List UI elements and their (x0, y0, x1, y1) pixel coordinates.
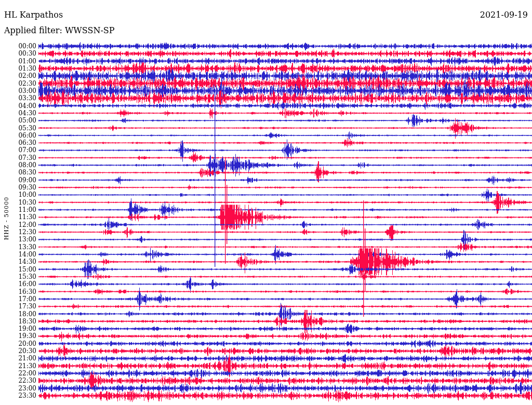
time-label: 03:00 (0, 88, 36, 94)
time-label: 08:00 (0, 162, 36, 168)
seismogram-canvas (0, 0, 532, 405)
time-label: 09:30 (0, 184, 36, 191)
time-label: 14:00 (0, 251, 36, 258)
time-label: 06:00 (0, 132, 36, 139)
time-label: 19:30 (0, 333, 36, 339)
time-label: 23:00 (0, 385, 36, 392)
time-label: 08:30 (0, 169, 36, 176)
time-label: 17:30 (0, 303, 36, 309)
time-label: 10:30 (0, 199, 36, 206)
report-date: 2021-09-19 (480, 11, 528, 19)
time-label: 21:00 (0, 355, 36, 361)
time-label: 11:30 (0, 214, 36, 220)
time-label: 11:00 (0, 207, 36, 213)
time-label: 12:30 (0, 229, 36, 235)
time-label: 15:30 (0, 274, 36, 280)
time-label: 21:30 (0, 363, 36, 369)
time-label: 19:00 (0, 326, 36, 332)
time-label: 12:00 (0, 222, 36, 228)
time-label: 07:00 (0, 147, 36, 153)
time-label: 22:30 (0, 377, 36, 384)
time-label: 00:30 (0, 50, 36, 57)
time-label: 00:00 (0, 43, 36, 49)
time-label: 18:00 (0, 311, 36, 317)
helicorder-page: HL Karpathos 2021-09-19 Applied filter: … (0, 0, 532, 405)
time-label: 23:30 (0, 393, 36, 399)
time-label: 22:00 (0, 370, 36, 376)
time-label: 16:30 (0, 289, 36, 295)
time-axis: 00:0000:3001:0001:3002:0002:3003:0003:30… (0, 0, 36, 405)
time-label: 04:00 (0, 103, 36, 109)
time-label: 01:30 (0, 65, 36, 72)
time-label: 13:30 (0, 244, 36, 250)
time-label: 09:00 (0, 177, 36, 183)
time-label: 10:00 (0, 192, 36, 198)
time-label: 02:00 (0, 73, 36, 79)
time-label: 14:30 (0, 259, 36, 265)
time-label: 03:30 (0, 95, 36, 101)
time-label: 20:00 (0, 341, 36, 347)
time-label: 13:00 (0, 236, 36, 242)
time-label: 17:00 (0, 296, 36, 302)
time-label: 04:30 (0, 110, 36, 116)
time-label: 16:00 (0, 281, 36, 287)
time-label: 02:30 (0, 80, 36, 87)
time-label: 05:00 (0, 117, 36, 124)
time-label: 20:30 (0, 348, 36, 354)
time-label: 06:30 (0, 140, 36, 146)
time-label: 18:30 (0, 318, 36, 325)
time-label: 15:00 (0, 266, 36, 273)
time-label: 07:30 (0, 155, 36, 161)
time-label: 05:30 (0, 125, 36, 131)
time-label: 01:00 (0, 58, 36, 64)
